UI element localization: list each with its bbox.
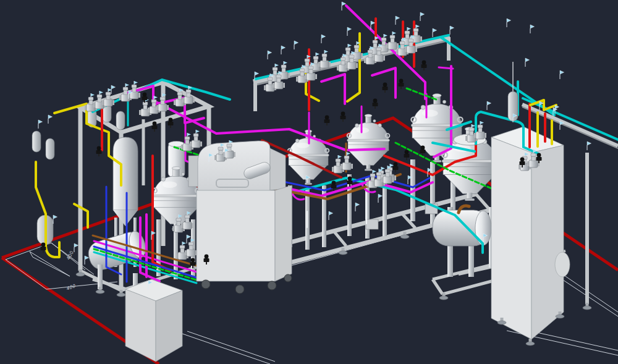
small-floor-cabinet[interactable] [125, 279, 182, 362]
horizontal-tank-right[interactable] [433, 206, 491, 246]
process-cabinet[interactable] [188, 141, 292, 294]
tall-cabinet[interactable] [491, 127, 570, 345]
tank-end-bump [555, 252, 570, 277]
plant-3d-model: 400 400 [0, 0, 618, 364]
cad-viewport[interactable]: 400 400 [0, 0, 618, 364]
